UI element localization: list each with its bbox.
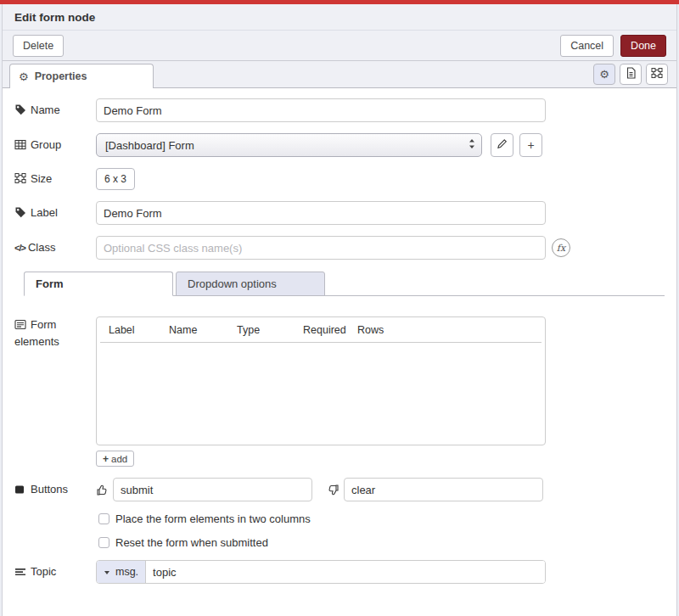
tab-dropdown-options[interactable]: Dropdown options	[176, 272, 325, 296]
buttons-row: Buttons	[14, 478, 665, 501]
two-columns-checkbox[interactable]	[98, 513, 109, 524]
group-select[interactable]: [Dashboard] Form	[96, 133, 482, 157]
select-arrows-icon	[469, 138, 475, 152]
form-elements-list[interactable]: Label Name Type Required Rows	[96, 316, 546, 445]
edit-group-button[interactable]	[491, 133, 513, 157]
form-elements-row: Form elements Label Name Type Required R…	[14, 316, 665, 467]
column-header-required: Required	[303, 324, 357, 336]
size-button[interactable]: 6 x 3	[96, 168, 135, 190]
label-label: Label	[14, 204, 96, 221]
label-input[interactable]	[96, 201, 546, 225]
column-header-type: Type	[237, 324, 303, 336]
dialog-header: Edit form node	[3, 4, 676, 31]
form-elements-header: Label Name Type Required Rows	[100, 323, 542, 343]
document-icon	[626, 67, 637, 81]
thumbs-up-icon	[96, 484, 109, 496]
tab-properties-label: Properties	[35, 70, 87, 82]
tab-form[interactable]: Form	[24, 272, 173, 296]
object-group-icon	[14, 172, 27, 184]
fx-badge-icon: fx	[552, 238, 570, 257]
tag-icon	[14, 104, 27, 115]
two-columns-checkbox-label: Place the form elements in two columns	[115, 512, 311, 525]
size-label: Size	[14, 171, 96, 188]
name-input[interactable]	[96, 98, 546, 122]
name-label: Name	[14, 102, 96, 119]
form-subtabs: Form Dropdown options	[24, 271, 665, 296]
reset-form-checkbox[interactable]	[98, 537, 109, 548]
buttons-label: Buttons	[14, 481, 96, 498]
topic-label: Topic	[14, 563, 96, 580]
clear-button-text-input[interactable]	[344, 478, 543, 501]
list-alt-icon	[14, 319, 27, 330]
gear-icon: ⚙	[599, 69, 609, 80]
tag-icon	[14, 206, 27, 218]
size-row: Size 6 x 3	[14, 168, 665, 190]
topic-type-label: msg.	[115, 566, 138, 578]
properties-pane: Name Group [Dashboard] Form	[3, 88, 676, 616]
object-group-icon	[651, 67, 663, 81]
reset-form-checkbox-label: Reset the form when submitted	[115, 536, 268, 549]
table-icon	[14, 139, 27, 150]
done-button[interactable]: Done	[620, 35, 666, 57]
label-row: Label	[14, 201, 665, 225]
add-group-button[interactable]: +	[519, 133, 542, 157]
cancel-button[interactable]: Cancel	[560, 35, 614, 57]
edit-form-node-dialog: Edit form node Delete Cancel Done ⚙ Prop…	[2, 4, 677, 616]
delete-button[interactable]: Delete	[13, 35, 64, 57]
gear-icon: ⚙	[19, 71, 29, 82]
code-icon: </>	[14, 243, 25, 253]
editor-tabbar: ⚙ Properties ⚙	[3, 61, 676, 88]
form-elements-label: Form elements	[14, 316, 96, 350]
column-header-rows: Rows	[357, 324, 542, 336]
list-lines-icon	[14, 567, 27, 577]
topic-input[interactable]	[146, 561, 545, 583]
properties-tab-button[interactable]: ⚙	[593, 64, 615, 85]
thumbs-down-icon	[327, 484, 340, 496]
name-row: Name	[14, 98, 665, 122]
two-columns-option: Place the form elements in two columns	[98, 512, 665, 525]
group-select-value: [Dashboard] Form	[105, 139, 469, 152]
dialog-title: Edit form node	[14, 11, 95, 24]
appearance-tab-button[interactable]	[646, 64, 668, 85]
topic-type-select[interactable]: msg.	[97, 561, 146, 583]
group-row: Group [Dashboard] Form +	[14, 133, 665, 157]
submit-button-text-input[interactable]	[113, 478, 312, 501]
pencil-icon	[497, 138, 508, 152]
column-header-label: Label	[109, 324, 169, 336]
tabbar-actions: ⚙	[593, 64, 668, 85]
add-element-button[interactable]: + add	[96, 451, 134, 467]
class-row: </>Class fx	[14, 236, 665, 260]
reset-form-option: Reset the form when submitted	[98, 536, 665, 549]
tab-properties[interactable]: ⚙ Properties	[9, 64, 154, 88]
group-label: Group	[14, 137, 96, 154]
column-header-name: Name	[169, 324, 237, 336]
button-square-icon	[14, 484, 27, 495]
caret-down-icon	[104, 566, 110, 578]
plus-icon: +	[527, 138, 534, 152]
topic-typed-input: msg.	[96, 560, 546, 584]
plus-icon: +	[103, 453, 109, 465]
class-input[interactable]	[96, 236, 546, 260]
dialog-toolbar: Delete Cancel Done	[3, 31, 676, 61]
topic-row: Topic msg.	[14, 560, 665, 584]
description-tab-button[interactable]	[620, 64, 642, 85]
class-label: </>Class	[14, 239, 96, 256]
